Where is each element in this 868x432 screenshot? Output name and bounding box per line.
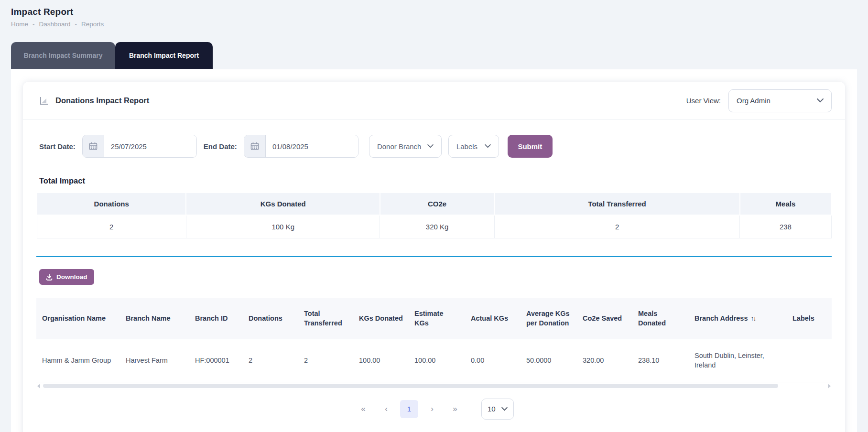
labels-placeholder: Labels <box>456 142 477 151</box>
cell-estimate-kgs: 100.00 <box>409 339 465 382</box>
labels-select[interactable]: Labels <box>448 135 499 158</box>
total-impact-table: Donations KGs Donated CO2e Total Transfe… <box>36 193 832 238</box>
calendar-icon[interactable] <box>244 135 266 157</box>
summary-col-meals: Meals <box>740 193 831 215</box>
end-date-group <box>244 135 358 158</box>
breadcrumb-separator: - <box>75 21 77 28</box>
breadcrumb-dashboard[interactable]: Dashboard <box>39 21 71 28</box>
pagination-last-button[interactable]: » <box>446 400 464 418</box>
start-date-label: Start Date: <box>39 142 76 151</box>
scroll-left-arrow-icon[interactable] <box>37 384 40 389</box>
col-kgs-donated: KGs Donated <box>353 298 409 339</box>
page-title: Impact Report <box>11 7 868 17</box>
download-label: Download <box>56 273 87 281</box>
download-button[interactable]: Download <box>39 269 94 285</box>
page-size-value: 10 <box>488 405 496 413</box>
pagination: « ‹ 1 › » 10 <box>36 389 832 420</box>
pagination-next-button[interactable]: › <box>423 400 441 418</box>
chart-icon <box>39 96 49 106</box>
cell-average-kgs-per-donation: 50.0000 <box>521 339 577 382</box>
breadcrumb-home[interactable]: Home <box>11 21 28 28</box>
summary-col-donations: Donations <box>37 193 186 215</box>
pagination-page-1[interactable]: 1 <box>400 400 418 418</box>
user-view-value: Org Admin <box>737 97 770 105</box>
tab-bar: Branch Impact Summary Branch Impact Repo… <box>11 42 868 69</box>
summary-col-kgs-donated: KGs Donated <box>186 193 380 215</box>
chevron-down-icon <box>485 144 491 148</box>
breadcrumb-reports[interactable]: Reports <box>81 21 104 28</box>
page-header: Impact Report Home - Dashboard - Reports <box>0 0 868 28</box>
cell-total-transferred: 2 <box>298 339 353 382</box>
cell-actual-kgs: 0.00 <box>465 339 521 382</box>
tab-branch-impact-summary[interactable]: Branch Impact Summary <box>11 42 115 69</box>
pagination-prev-button[interactable]: ‹ <box>377 400 395 418</box>
summary-col-total-transferred: Total Transferred <box>494 193 740 215</box>
section-divider <box>36 256 832 257</box>
table-row: Hamm & Jamm Group Harvest Farm HF:000001… <box>36 339 832 382</box>
col-labels: Labels <box>787 298 832 339</box>
summary-value-co2e: 320 Kg <box>380 215 494 238</box>
card-title: Donations Impact Report <box>55 96 149 105</box>
col-actual-kgs: Actual KGs <box>465 298 521 339</box>
scrollbar-thumb[interactable] <box>43 384 778 388</box>
col-average-kgs-per-donation: Average KGs per Donation <box>521 298 577 339</box>
end-date-label: End Date: <box>204 142 237 151</box>
submit-button[interactable]: Submit <box>508 135 553 158</box>
tab-branch-impact-report[interactable]: Branch Impact Report <box>115 42 213 69</box>
col-meals-donated: Meals Donated <box>632 298 689 339</box>
col-organisation-name: Organisation Name <box>36 298 120 339</box>
cell-branch-name: Harvest Farm <box>120 339 189 382</box>
col-branch-address-label: Branch Address <box>694 314 748 322</box>
summary-row: 2 100 Kg 320 Kg 2 238 <box>37 215 831 238</box>
download-icon <box>46 274 53 281</box>
cell-organisation-name: Hamm & Jamm Group <box>36 339 120 382</box>
cell-branch-id: HF:000001 <box>189 339 243 382</box>
col-co2e-saved: Co2e Saved <box>577 298 632 339</box>
cell-branch-address: South Dublin, Leinster, Ireland <box>689 339 787 382</box>
total-impact-heading: Total Impact <box>39 176 832 185</box>
report-card: Donations Impact Report User View: Org A… <box>23 82 845 432</box>
horizontal-scrollbar <box>37 383 831 389</box>
col-branch-id: Branch ID <box>189 298 243 339</box>
summary-value-meals: 238 <box>740 215 831 238</box>
page-size-select[interactable]: 10 <box>481 399 514 420</box>
scroll-right-arrow-icon[interactable] <box>828 384 831 389</box>
donor-branch-placeholder: Donor Branch <box>377 142 422 151</box>
cell-donations: 2 <box>243 339 298 382</box>
card-header: Donations Impact Report User View: Org A… <box>23 82 845 120</box>
tab-content-panel: Donations Impact Report User View: Org A… <box>11 69 857 432</box>
scrollbar-track[interactable] <box>43 384 825 388</box>
summary-value-kgs-donated: 100 Kg <box>186 215 380 238</box>
end-date-input[interactable] <box>266 135 358 157</box>
user-view-select[interactable]: Org Admin <box>728 89 832 112</box>
chevron-down-icon <box>427 144 434 148</box>
col-branch-address: Branch Address↑↓ <box>689 298 787 339</box>
calendar-icon[interactable] <box>83 135 104 157</box>
cell-co2e-saved: 320.00 <box>577 339 632 382</box>
report-table: Organisation Name Branch Name Branch ID … <box>36 298 832 382</box>
summary-col-co2e: CO2e <box>380 193 494 215</box>
start-date-input[interactable] <box>104 135 196 157</box>
start-date-group <box>82 135 197 158</box>
chevron-down-icon <box>501 407 508 411</box>
cell-kgs-donated: 100.00 <box>353 339 409 382</box>
breadcrumb-separator: - <box>33 21 35 28</box>
filter-bar: Start Date: End Date: <box>23 120 845 173</box>
report-table-scroll-area: Organisation Name Branch Name Branch ID … <box>36 298 832 382</box>
cell-meals-donated: 238.10 <box>632 339 689 382</box>
summary-value-donations: 2 <box>37 215 186 238</box>
cell-labels <box>787 339 832 382</box>
pagination-first-button[interactable]: « <box>354 400 372 418</box>
breadcrumb: Home - Dashboard - Reports <box>11 21 868 28</box>
col-branch-name: Branch Name <box>120 298 189 339</box>
chevron-down-icon <box>817 98 824 103</box>
user-view-label: User View: <box>686 97 721 105</box>
summary-value-total-transferred: 2 <box>494 215 740 238</box>
col-donations: Donations <box>243 298 298 339</box>
sort-icon[interactable]: ↑↓ <box>750 314 755 322</box>
col-total-transferred: Total Transferred <box>298 298 353 339</box>
donor-branch-select[interactable]: Donor Branch <box>369 135 442 158</box>
col-estimate-kgs: Estimate KGs <box>409 298 465 339</box>
